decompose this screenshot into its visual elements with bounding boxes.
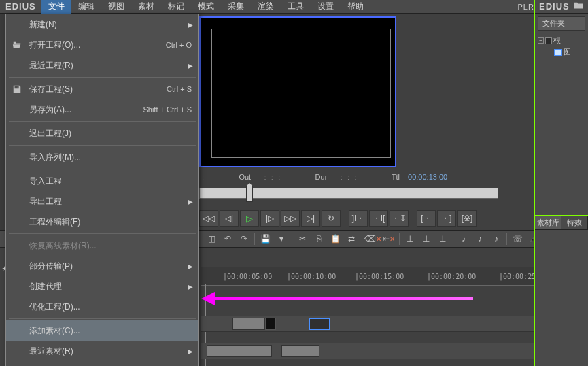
time-readouts: :-- Out --:--:--:-- Dur --:--:--:-- Ttl … bbox=[199, 173, 534, 181]
ttl-value: 00:00:13:00 bbox=[408, 173, 447, 181]
menu-save-project[interactable]: 保存工程(S)Ctrl + S bbox=[6, 79, 198, 99]
menubar: EDIUS 文件 编辑 视图 素材 标记 模式 采集 渲染 工具 设置 帮助 P… bbox=[0, 0, 588, 14]
timeline-clip[interactable] bbox=[265, 318, 276, 330]
menu-open-project[interactable]: 打开工程(O)...Ctrl + O bbox=[6, 35, 198, 55]
menu-save-as[interactable]: 另存为(A)...Shift + Ctrl + S bbox=[6, 99, 198, 120]
tool-button-2[interactable]: ・] bbox=[437, 210, 456, 227]
sequence-icon[interactable]: ◫ bbox=[204, 232, 219, 246]
tab-bin[interactable]: 素材库 bbox=[535, 216, 561, 229]
audio-track-1[interactable] bbox=[201, 343, 588, 359]
audio-tool-1[interactable]: ♪ bbox=[456, 232, 471, 246]
split-button-2[interactable]: ⊥ bbox=[419, 232, 434, 246]
menu-import-project[interactable]: 导入工程 bbox=[6, 171, 198, 191]
loop-button[interactable]: ↻ bbox=[322, 210, 341, 227]
menu-edit[interactable]: 编辑 bbox=[71, 0, 101, 14]
rewind-button[interactable]: ◁◁ bbox=[199, 210, 218, 227]
menu-external-edit[interactable]: 工程外编辑(F) bbox=[6, 212, 198, 232]
ruler-tick: |00:00:20:00 bbox=[427, 273, 476, 280]
mark-out-button[interactable]: ・I[ bbox=[369, 210, 388, 227]
tool-button-1[interactable]: [・ bbox=[417, 210, 436, 227]
tree-root-label: 根 bbox=[553, 35, 561, 46]
out-value: --:--:--:-- bbox=[259, 173, 285, 181]
tree-child-row[interactable]: 图 bbox=[538, 46, 585, 58]
audio-tool-2[interactable]: ♪ bbox=[472, 232, 487, 246]
tool-button-3[interactable]: [※] bbox=[457, 210, 477, 227]
undo-button[interactable]: ↶ bbox=[220, 232, 235, 246]
dur-label: Dur bbox=[315, 173, 328, 181]
bin-panel: EDIUS 文件夹 − 根 图 素材库 特效 bbox=[534, 0, 588, 366]
timeline-clip[interactable] bbox=[281, 345, 319, 357]
menu-create-proxy[interactable]: 创建代理▶ bbox=[6, 276, 198, 297]
panel-tabs: 素材库 特效 bbox=[535, 215, 588, 230]
timeline-clip[interactable] bbox=[207, 345, 272, 357]
menu-separator bbox=[9, 121, 196, 122]
out-label: Out bbox=[239, 173, 251, 181]
menu-recent-project[interactable]: 最近工程(R)▶ bbox=[6, 55, 198, 76]
tab-effects[interactable]: 特效 bbox=[561, 216, 588, 229]
redo-button[interactable]: ↷ bbox=[237, 232, 252, 246]
tree-root-row[interactable]: − 根 bbox=[538, 35, 585, 46]
timeline-clip[interactable] bbox=[232, 318, 265, 330]
menu-marker[interactable]: 标记 bbox=[161, 0, 191, 14]
step-forward-button[interactable]: |▷ bbox=[260, 210, 279, 227]
menu-separator bbox=[9, 363, 196, 363]
menu-new[interactable]: 新建(N)▶ bbox=[6, 14, 198, 35]
save-button[interactable]: 💾 bbox=[258, 232, 273, 246]
menu-tools[interactable]: 工具 bbox=[281, 0, 311, 14]
output-button[interactable]: ・↧ bbox=[390, 210, 409, 227]
audio-tool-3[interactable]: ♪ bbox=[489, 232, 504, 246]
delete-gap-button[interactable]: ⇤✕ bbox=[381, 232, 396, 246]
menu-partial-transfer[interactable]: 部分传输(P)▶ bbox=[6, 256, 198, 276]
scrubber-handle[interactable] bbox=[246, 186, 253, 202]
copy-button[interactable]: ⎘ bbox=[311, 232, 326, 246]
folder-tree: − 根 图 bbox=[535, 31, 588, 62]
menu-export-project[interactable]: 导出工程▶ bbox=[6, 191, 198, 212]
menu-separator bbox=[9, 318, 196, 319]
mark-in-button[interactable]: ]I・ bbox=[349, 210, 368, 227]
menu-help[interactable]: 帮助 bbox=[341, 0, 370, 14]
cut-button[interactable]: ✂ bbox=[295, 232, 310, 246]
timeline-ruler[interactable]: |00:00:05:00 |00:00:10:00 |00:00:15:00 |… bbox=[201, 267, 588, 286]
video-track-1[interactable] bbox=[201, 316, 588, 332]
menu-separator bbox=[9, 77, 196, 78]
menu-file[interactable]: 文件 bbox=[41, 0, 71, 14]
in-value: :-- bbox=[202, 173, 209, 181]
delete-x-button[interactable]: ⌫✕ bbox=[365, 232, 380, 246]
menu-separator bbox=[9, 169, 196, 169]
menu-add-clip[interactable]: 添加素材(C)... bbox=[6, 320, 198, 341]
folder-square-icon bbox=[545, 37, 552, 44]
menu-render[interactable]: 渲染 bbox=[251, 0, 281, 14]
dropdown-icon[interactable]: ▾ bbox=[274, 232, 289, 246]
brand-label: EDIUS bbox=[0, 1, 41, 12]
menu-recent-clip[interactable]: 最近素材(R)▶ bbox=[6, 341, 198, 361]
menu-capture[interactable]: 采集 bbox=[221, 0, 251, 14]
preview-viewport[interactable] bbox=[199, 16, 396, 167]
split-button-1[interactable]: ⊥ bbox=[402, 232, 417, 246]
menu-clip[interactable]: 素材 bbox=[131, 0, 161, 14]
ripple-button[interactable]: ⇄ bbox=[344, 232, 359, 246]
play-button[interactable]: ▷ bbox=[240, 210, 259, 227]
transport-controls: ◁◁ ◁| ▷ |▷ ▷▷ ▷| ↻ ]I・ ・I[ ・↧ [・ ・] [※] bbox=[199, 208, 534, 229]
image-square-icon bbox=[554, 49, 562, 56]
file-menu-dropdown: 新建(N)▶ 打开工程(O)...Ctrl + O 最近工程(R)▶ 保存工程(… bbox=[5, 14, 199, 366]
forward-button[interactable]: ▷▷ bbox=[281, 210, 300, 227]
menu-mode[interactable]: 模式 bbox=[191, 0, 221, 14]
menu-exit-project[interactable]: 退出工程(J) bbox=[6, 123, 198, 144]
menu-settings[interactable]: 设置 bbox=[311, 0, 341, 14]
menu-optimize-project[interactable]: 优化工程(D)... bbox=[6, 297, 198, 317]
collapse-icon[interactable]: − bbox=[538, 37, 544, 44]
step-back-button[interactable]: ◁| bbox=[220, 210, 239, 227]
safe-area-guide bbox=[211, 29, 391, 158]
menu-separator bbox=[9, 233, 196, 234]
scrubber-track[interactable] bbox=[199, 188, 498, 199]
ruler-tick: |00:00:15:00 bbox=[355, 273, 404, 280]
menu-view[interactable]: 视图 bbox=[101, 0, 131, 14]
handset-icon[interactable]: ☏ bbox=[510, 232, 525, 246]
menu-restore-offline: 恢复离线素材(R)... bbox=[6, 235, 198, 256]
goto-end-button[interactable]: ▷| bbox=[301, 210, 320, 227]
split-button-3[interactable]: ⊥ bbox=[435, 232, 450, 246]
menu-import-sequence[interactable]: 导入序列(M)... bbox=[6, 147, 198, 167]
timeline-clip-selected[interactable] bbox=[309, 318, 330, 330]
save-icon bbox=[12, 84, 22, 95]
paste-button[interactable]: 📋 bbox=[328, 232, 343, 246]
